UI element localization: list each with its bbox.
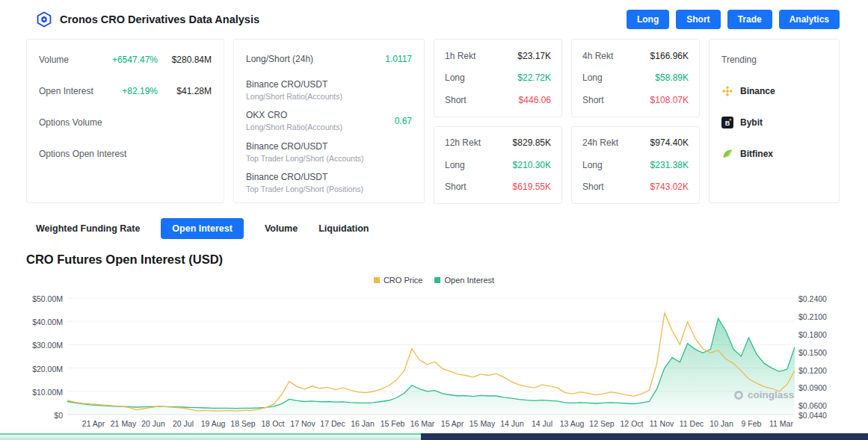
rekt-label: Short xyxy=(445,95,519,105)
trending-item-bybit[interactable]: BBybit xyxy=(721,107,827,138)
rekt-label: Long xyxy=(582,160,650,170)
x-axis-labels: 21 Apr21 May20 Jun20 Jul19 Aug18 Sep18 O… xyxy=(67,419,795,430)
ratio-label: Long/Short (24h) xyxy=(246,54,385,64)
bybit-icon: B xyxy=(721,117,733,128)
navigator-selected-range[interactable] xyxy=(0,433,421,440)
trending-item-binance[interactable]: Binance xyxy=(721,75,827,107)
exchange-name: Bitfinex xyxy=(740,149,773,159)
rekt-total: $166.96K xyxy=(650,51,689,61)
rekt-row: 24h Rekt$974.40K xyxy=(582,132,689,155)
page-title: Cronos CRO Derivatives Data Analysis xyxy=(60,13,259,25)
tab-liquidation[interactable]: Liquidation xyxy=(318,218,369,239)
rekt-long: $231.38K xyxy=(650,160,689,170)
y-axis-right-tick: $0.1800 xyxy=(798,330,843,339)
rekt-card: 1h Rekt$23.17KLong$22.72KShort$446.06 xyxy=(434,39,562,117)
y-axis-right-tick: $0.0900 xyxy=(798,383,843,392)
rekt-row: Short$108.07K xyxy=(582,89,689,111)
y-axis-right-tick: $0.1500 xyxy=(798,348,843,357)
y-axis-right-tick: $0.0440 xyxy=(798,411,843,420)
ratio-label-group: Binance CRO/USDTLong/Short Ratio(Account… xyxy=(246,79,412,101)
long-short-ratio-card: Long/Short (24h)1.0117Binance CRO/USDTLo… xyxy=(233,39,425,203)
oi-chart-plot[interactable] xyxy=(67,292,795,418)
rekt-row: Long$231.38K xyxy=(582,154,689,176)
legend-label: Open Interest xyxy=(444,276,494,285)
y-axis-left-tick: $10.00M xyxy=(0,388,63,397)
rekt-card: 12h Rekt$829.85KLong$210.30KShort$619.55… xyxy=(434,126,562,205)
y-axis-left-tick: $30.00M xyxy=(0,341,63,350)
y-axis-right-tick: $0.2400 xyxy=(798,294,843,303)
short-button[interactable]: Short xyxy=(676,10,720,29)
rekt-row: Long$58.89K xyxy=(582,67,689,90)
tab-open-interest[interactable]: Open Interest xyxy=(161,218,244,239)
ratio-row: Binance CRO/USDTTop Trader Long/Short (A… xyxy=(246,137,412,168)
ratio-label-group: Long/Short (24h) xyxy=(246,54,385,64)
rekt-row: Short$619.55K xyxy=(445,176,551,199)
trending-title: Trending xyxy=(721,44,827,75)
rekt-row: Short$446.06 xyxy=(445,89,551,111)
ratio-row: Binance CRO/USDTLong/Short Ratio(Account… xyxy=(246,75,412,106)
stat-value: $280.84M xyxy=(168,55,212,65)
coinglass-logo-icon xyxy=(734,391,743,400)
rekt-label: Long xyxy=(445,160,513,170)
y-axis-left-tick: $0 xyxy=(0,411,63,420)
tab-volume[interactable]: Volume xyxy=(265,218,298,239)
stat-row: Options Volume xyxy=(39,107,212,138)
ratio-row: Binance CRO/USDTTop Trader Long/Short (P… xyxy=(246,167,412,199)
y-axis-left-tick: $50.00M xyxy=(0,294,63,303)
binance-icon xyxy=(721,85,733,97)
exchange-name: Binance xyxy=(740,86,775,96)
rekt-row: 1h Rekt$23.17K xyxy=(445,45,551,67)
ratio-label: Binance CRO/USDT xyxy=(246,79,412,90)
y-axis-left-tick: $40.00M xyxy=(0,317,63,326)
rekt-label: Long xyxy=(445,72,517,83)
trade-button[interactable]: Trade xyxy=(727,10,772,29)
stat-value: $41.28M xyxy=(168,86,212,96)
stat-change: +6547.47% xyxy=(112,55,158,65)
rekt-long: $210.30K xyxy=(513,160,551,170)
rekt-row: Short$743.02K xyxy=(582,176,689,199)
chart-title: CRO Futures Open Interest (USD) xyxy=(26,252,868,267)
rekt-label: 24h Rekt xyxy=(582,137,650,148)
stat-label: Options Volume xyxy=(39,117,158,128)
ratio-row: Long/Short (24h)1.0117 xyxy=(246,43,412,75)
tab-weighted-funding-rate[interactable]: Weighted Funding Rate xyxy=(36,218,140,239)
rekt-row: Long$210.30K xyxy=(445,154,551,176)
rekt-total: $974.40K xyxy=(650,137,689,148)
navigator-masked-range[interactable] xyxy=(421,433,868,440)
ratio-value: 0.67 xyxy=(395,116,412,126)
trending-item-bitfinex[interactable]: Bitfinex xyxy=(721,138,827,170)
y-axis-left-tick: $20.00M xyxy=(0,365,63,374)
ratio-sublabel: Long/Short Ratio(Accounts) xyxy=(246,123,395,131)
legend-item: CRO Price xyxy=(374,276,423,285)
rekt-short: $108.07K xyxy=(650,95,689,105)
coinglass-watermark: coinglass xyxy=(734,389,794,400)
legend-swatch xyxy=(374,277,380,283)
rekt-label: 12h Rekt xyxy=(445,137,513,148)
ratio-sublabel: Top Trader Long/Short (Accounts) xyxy=(246,154,412,163)
rekt-label: 4h Rekt xyxy=(582,51,650,61)
x-axis-tick: 11 Mar xyxy=(763,419,800,428)
chart-tabs: Weighted Funding RateOpen InterestVolume… xyxy=(36,218,840,239)
rekt-label: Short xyxy=(582,95,650,105)
ratio-label-group: Binance CRO/USDTTop Trader Long/Short (A… xyxy=(246,141,412,163)
rekt-long: $22.72K xyxy=(517,72,551,83)
oi-chart: 21 Apr21 May20 Jun20 Jul19 Aug18 Sep18 O… xyxy=(0,292,868,434)
y-axis-right-tick: $0.1200 xyxy=(798,366,843,375)
stat-row: Volume+6547.47%$280.84M xyxy=(39,44,212,75)
rekt-row: Long$22.72K xyxy=(445,67,551,90)
rekt-card: 4h Rekt$166.96KLong$58.89KShort$108.07K xyxy=(571,39,700,117)
page-header: Cronos CRO Derivatives Data Analysis Lon… xyxy=(0,0,868,34)
long-button[interactable]: Long xyxy=(627,10,669,29)
chart-range-navigator[interactable] xyxy=(0,433,868,440)
rekt-short: $743.02K xyxy=(650,182,689,192)
rekt-total: $829.85K xyxy=(513,137,551,148)
watermark-text: coinglass xyxy=(748,389,794,400)
market-overview-card: Volume+6547.47%$280.84MOpen Interest+82.… xyxy=(26,39,224,203)
rekt-label: Short xyxy=(445,182,513,192)
legend-swatch xyxy=(434,277,440,283)
trending-list: BinanceBBybitBitfinex xyxy=(721,75,827,170)
analytics-button[interactable]: Analytics xyxy=(779,10,840,29)
chart-legend: CRO PriceOpen Interest xyxy=(0,276,868,285)
y-axis-right-tick: $0.0600 xyxy=(798,401,843,410)
ratio-label: OKX CRO xyxy=(246,110,395,120)
